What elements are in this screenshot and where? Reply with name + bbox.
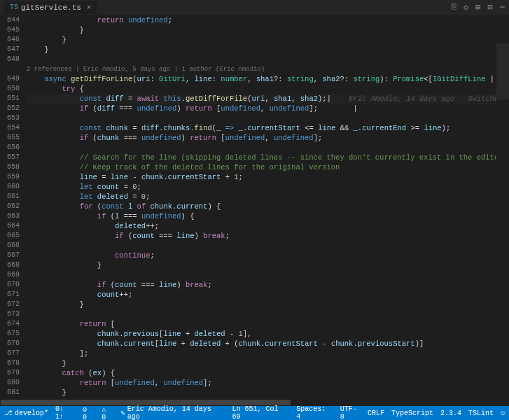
code-line[interactable]: if (l === undefined) { (27, 211, 509, 221)
code-line[interactable]: } (27, 35, 509, 45)
code-area[interactable]: return undefined; } } }2 references | Er… (27, 15, 509, 399)
code-line[interactable]: return [ (27, 319, 509, 329)
code-line[interactable] (27, 270, 509, 280)
code-line[interactable]: let count = 0; (27, 182, 509, 192)
code-line[interactable]: } (27, 260, 509, 270)
code-line[interactable]: let deleted = 0; (27, 192, 509, 202)
feedback-icon[interactable]: ☺ (501, 410, 505, 417)
code-line[interactable]: if (count === line) break; (27, 280, 509, 290)
more-icon[interactable]: ⋯ (500, 2, 505, 13)
typescript-icon: TS (10, 4, 18, 11)
close-icon[interactable]: × (84, 4, 92, 12)
code-line[interactable] (27, 143, 509, 153)
minimap-thumb[interactable] (496, 43, 509, 99)
codelens[interactable]: 2 references | Eric Amodio, 5 days ago |… (27, 64, 509, 74)
code-line[interactable]: } (27, 398, 509, 399)
code-line[interactable]: // Keep track of the deleted lines for t… (27, 162, 509, 172)
split-icon[interactable]: ⎘ (452, 2, 456, 13)
code-line[interactable]: continue; (27, 251, 509, 260)
encoding-status[interactable]: UTF-8 (340, 405, 361, 420)
branch-indicator[interactable]: ⎇ develop* (4, 409, 48, 417)
line-gutter: 6446456466476486496506516526536546556566… (0, 15, 27, 399)
code-line[interactable]: } (27, 388, 509, 398)
code-line[interactable]: if (count === line) break; (27, 231, 509, 241)
code-line[interactable]: return [undefined, undefined]; (27, 378, 509, 388)
code-line[interactable]: ]; (27, 349, 509, 358)
titlebar: TS gitService.ts × ⎘ ◇ ⊞ ⊡ ⋯ (0, 0, 509, 15)
code-line[interactable]: catch (ex) { (27, 368, 509, 378)
panel-icon[interactable]: ⊡ (488, 2, 493, 13)
code-line[interactable]: chunk.current[line + deleted + (chunk.cu… (27, 339, 509, 349)
code-line[interactable]: return undefined; (27, 15, 509, 25)
code-line[interactable] (27, 113, 509, 123)
sync-status[interactable]: 0↓ 1↑ (55, 405, 76, 420)
code-line[interactable]: deleted++; (27, 221, 509, 231)
code-line[interactable]: count++; (27, 290, 509, 300)
code-line[interactable]: try { (27, 84, 509, 94)
code-line[interactable]: line = line - chunk.currentStart + 1; (27, 172, 509, 182)
diff-icon[interactable]: ◇ (463, 2, 468, 13)
tslint-status[interactable]: TSLint (468, 410, 494, 417)
code-line[interactable]: const diff = await this.getDiffForFile(u… (27, 94, 509, 104)
code-line[interactable] (27, 55, 509, 64)
code-line[interactable]: for (const l of chunk.current) { (27, 202, 509, 211)
code-line[interactable]: async getDiffForLine(uri: GitUri, line: … (27, 74, 509, 84)
editor[interactable]: 6446456466476486496506516526536546556566… (0, 15, 509, 399)
code-line[interactable]: if (chunk === undefined) return [undefin… (27, 133, 509, 143)
warning-count[interactable]: ⚠ 0 (102, 405, 113, 421)
code-line[interactable]: if (diff === undefined) return [undefine… (27, 104, 509, 113)
blame-status[interactable]: ✎ Eric Amodio, 14 days ago (121, 405, 225, 420)
indent-status[interactable]: Spaces: 4 (296, 405, 333, 420)
minimap[interactable] (496, 15, 509, 399)
tab-filename: gitService.ts (21, 4, 81, 12)
titlebar-actions: ⎘ ◇ ⊞ ⊡ ⋯ (452, 2, 505, 13)
error-count[interactable]: ⊘ 0 (83, 405, 95, 421)
cursor-position[interactable]: Ln 651, Col 69 (232, 405, 289, 420)
language-status[interactable]: TypeScript (391, 410, 433, 417)
code-line[interactable]: } (27, 358, 509, 368)
code-line[interactable]: const chunk = diff.chunks.find(_ => _.cu… (27, 123, 509, 133)
layout-icon[interactable]: ⊞ (475, 2, 480, 13)
code-line[interactable]: } (27, 45, 509, 55)
code-line[interactable]: chunk.previous[line + deleted - 1], (27, 329, 509, 339)
version-status[interactable]: 2.3.4 (440, 410, 461, 417)
code-line[interactable]: } (27, 25, 509, 35)
code-line[interactable] (27, 309, 509, 319)
code-line[interactable]: // Search for the line (skipping deleted… (27, 153, 509, 162)
editor-tab[interactable]: TS gitService.ts × (4, 1, 97, 14)
status-bar: ⎇ develop* 0↓ 1↑ ⊘ 0 ⚠ 0 ✎ Eric Amodio, … (0, 406, 509, 420)
code-line[interactable]: } (27, 300, 509, 309)
eol-status[interactable]: CRLF (368, 410, 384, 417)
code-line[interactable] (27, 241, 509, 251)
